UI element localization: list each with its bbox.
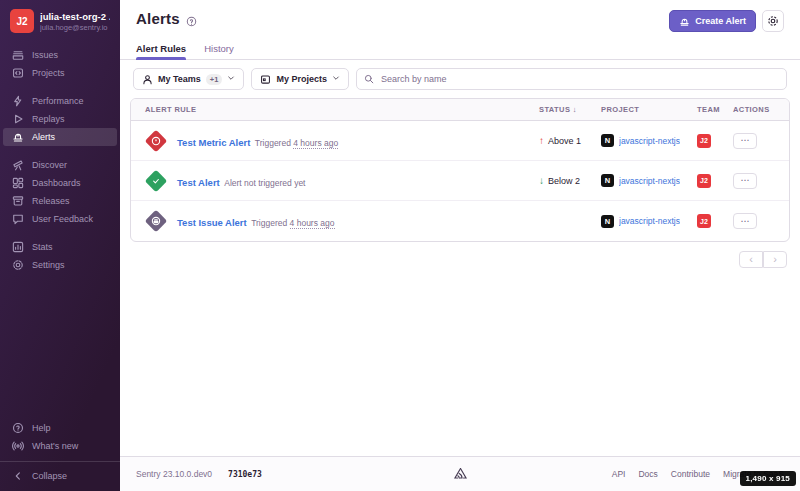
team-cell: J2 [697, 214, 733, 228]
projects-icon [12, 67, 24, 79]
sidebar-item-settings[interactable]: Settings [3, 256, 117, 274]
tab-alert-rules[interactable]: Alert Rules [136, 39, 186, 59]
team-avatar[interactable]: J2 [697, 174, 711, 188]
sidebar: J2 julia-test-org-2 … julia.hoge@sentry.… [0, 0, 120, 491]
alert-rule-link[interactable]: Test Issue Alert [177, 217, 247, 228]
team-cell: J2 [697, 134, 733, 148]
sidebar-item-label: Help [32, 423, 51, 433]
sidebar-item-label: Discover [32, 160, 67, 170]
alert-rule-link[interactable]: Test Metric Alert [177, 137, 250, 148]
alert-rule-link[interactable]: Test Alert [177, 177, 220, 188]
search-wrap [356, 68, 787, 90]
org-switcher[interactable]: J2 julia-test-org-2 … julia.hoge@sentry.… [0, 9, 120, 33]
nav-group-admin: Stats Settings [0, 238, 120, 274]
column-header-alert-rule: Alert Rule [145, 105, 539, 114]
sidebar-item-label: User Feedback [32, 214, 93, 224]
sidebar-item-discover[interactable]: Discover [3, 156, 117, 174]
sidebar-item-label: Performance [32, 96, 84, 106]
project-link[interactable]: javascript-nextjs [619, 136, 680, 146]
team-cell: J2 [697, 174, 733, 188]
project-cube-icon [260, 74, 271, 85]
create-alert-button[interactable]: Create Alert [669, 10, 756, 32]
project-link[interactable]: javascript-nextjs [619, 216, 680, 226]
alerts-siren-icon [12, 131, 24, 143]
sentry-logo-icon[interactable] [453, 467, 468, 482]
row-actions-button[interactable]: ⋯ [733, 213, 757, 229]
footer-links: API Docs Contribute Migrate to SaaS [468, 469, 785, 479]
nextjs-platform-icon: N [601, 134, 614, 147]
pagination-next-button[interactable]: › [763, 251, 787, 268]
sidebar-item-replays[interactable]: Replays [3, 110, 117, 128]
sidebar-collapse-button[interactable]: Collapse [3, 467, 117, 485]
actions-cell: ⋯ [733, 213, 775, 229]
nextjs-platform-icon: N [601, 215, 614, 228]
column-header-project: Project [601, 105, 697, 114]
project-cell: N javascript-nextjs [601, 215, 697, 228]
footer-link-api[interactable]: API [612, 469, 626, 479]
org-name: julia-test-org-2 … [40, 11, 110, 22]
row-actions-button[interactable]: ⋯ [733, 173, 757, 189]
help-icon [12, 422, 24, 434]
arrow-up-icon: ↑ [539, 135, 544, 146]
issues-icon [12, 49, 24, 61]
metric-alert-ok-icon [145, 169, 168, 192]
alerts-settings-button[interactable] [762, 10, 784, 32]
team-avatar[interactable]: J2 [697, 214, 711, 228]
rule-cell: Test Alert Alert not triggered yet [145, 172, 539, 190]
gear-icon [12, 259, 24, 271]
status-cell: ↑ Above 1 [539, 135, 601, 146]
table-header-row: Alert Rule Status ↓ Project Team Actions [131, 99, 789, 121]
row-actions-button[interactable]: ⋯ [733, 133, 757, 149]
footer: Sentry 23.10.0.dev0 7310e73 API Docs Con… [120, 456, 800, 491]
help-tooltip-icon[interactable] [186, 13, 197, 24]
sidebar-item-label: Releases [32, 196, 70, 206]
sidebar-item-projects[interactable]: Projects [3, 64, 117, 82]
gear-icon [767, 15, 779, 27]
rule-text: Test Alert Alert not triggered yet [177, 172, 305, 190]
footer-link-docs[interactable]: Docs [638, 469, 657, 479]
sidebar-item-issues[interactable]: Issues [3, 46, 117, 64]
org-email: julia.hoge@sentry.io [40, 23, 110, 32]
pagination-prev-button[interactable]: ‹ [739, 251, 763, 268]
project-link[interactable]: javascript-nextjs [619, 176, 680, 186]
sidebar-item-help[interactable]: Help [3, 419, 117, 437]
actions-cell: ⋯ [733, 173, 775, 189]
alert-rules-table: Alert Rule Status ↓ Project Team Actions… [130, 98, 790, 242]
page-header: Alerts Create Alert [120, 0, 800, 32]
actions-cell: ⋯ [733, 133, 775, 149]
title-wrap: Alerts [136, 10, 197, 27]
metric-alert-critical-icon [145, 129, 168, 152]
rule-subtext: Triggered 4 hours ago [251, 218, 334, 228]
sidebar-item-stats[interactable]: Stats [3, 238, 117, 256]
sidebar-item-label: Stats [32, 242, 53, 252]
sidebar-item-performance[interactable]: Performance [3, 92, 117, 110]
tab-history[interactable]: History [204, 39, 234, 59]
projects-filter-dropdown[interactable]: My Projects [251, 68, 349, 90]
tabs-bar: Alert Rules History [120, 39, 800, 60]
sidebar-item-whats-new[interactable]: What's new [3, 437, 117, 455]
column-header-status[interactable]: Status ↓ [539, 105, 601, 114]
filter-row: My Teams +1 My Projects [130, 68, 790, 90]
search-input[interactable] [356, 68, 787, 90]
build-hash[interactable]: 7310e73 [228, 470, 262, 479]
performance-icon [12, 95, 24, 107]
table-row: Test Metric Alert Triggered 4 hours ago … [131, 121, 789, 161]
user-icon [142, 74, 153, 85]
sort-desc-icon: ↓ [573, 105, 577, 114]
sidebar-item-releases[interactable]: Releases [3, 192, 117, 210]
relative-time[interactable]: 4 hours ago [293, 138, 338, 149]
relative-time[interactable]: 4 hours ago [290, 218, 335, 229]
sidebar-item-dashboards[interactable]: Dashboards [3, 174, 117, 192]
sidebar-item-label: Settings [32, 260, 65, 270]
nav-group-insights: Discover Dashboards Releases User Feedba… [0, 156, 120, 228]
nav-group-main: Issues Projects [0, 46, 120, 82]
team-avatar[interactable]: J2 [697, 134, 711, 148]
nav-group-observability: Performance Replays Alerts [0, 92, 120, 146]
teams-filter-dropdown[interactable]: My Teams +1 [133, 68, 244, 90]
sidebar-item-user-feedback[interactable]: User Feedback [3, 210, 117, 228]
main-content: Alerts Create Alert Alert Rules History [120, 0, 800, 491]
org-avatar[interactable]: J2 [10, 9, 34, 33]
stats-chart-icon [12, 241, 24, 253]
sidebar-item-alerts[interactable]: Alerts [3, 128, 117, 146]
footer-link-contribute[interactable]: Contribute [671, 469, 710, 479]
